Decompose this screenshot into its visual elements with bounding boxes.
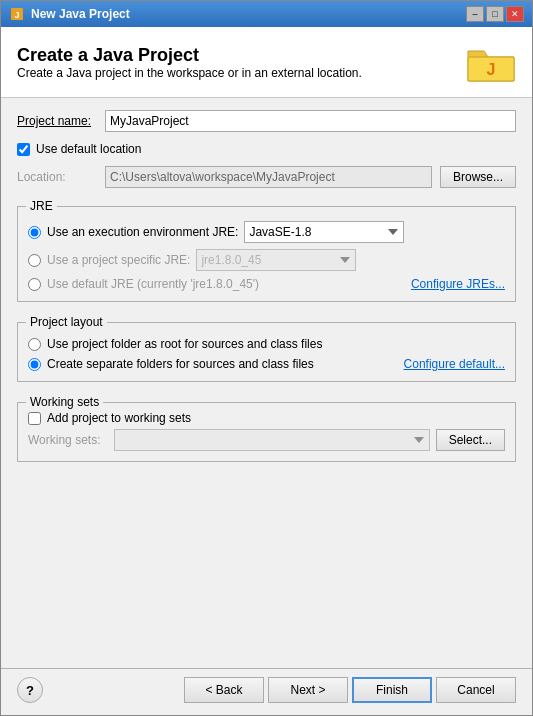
layout-radio-group: Use project folder as root for sources a… (28, 337, 505, 371)
jre-specific-select: jre1.8.0_45 (196, 249, 356, 271)
jre-radio-group: Use an execution environment JRE: JavaSE… (28, 221, 505, 291)
header-subtitle: Create a Java project in the workspace o… (17, 66, 362, 80)
window-title: New Java Project (31, 7, 130, 21)
form-content: Project name: Use default location Locat… (1, 98, 532, 668)
title-bar-left: J New Java Project (9, 6, 130, 22)
finish-button[interactable]: Finish (352, 677, 432, 703)
location-label: Location: (17, 170, 97, 184)
jre-default-radio[interactable] (28, 278, 41, 291)
layout-separate-radio[interactable] (28, 358, 41, 371)
main-window: J New Java Project – □ ✕ Create a Java P… (0, 0, 533, 716)
use-default-location-checkbox[interactable] (17, 143, 30, 156)
working-sets-select-button[interactable]: Select... (436, 429, 505, 451)
maximize-button[interactable]: □ (486, 6, 504, 22)
default-location-row: Use default location (17, 142, 516, 156)
header-text: Create a Java Project Create a Java proj… (17, 45, 362, 80)
location-row: Location: Browse... (17, 166, 516, 188)
header-title: Create a Java Project (17, 45, 362, 66)
working-sets-label: Working sets: (28, 433, 108, 447)
dialog-header: Create a Java Project Create a Java proj… (1, 27, 532, 98)
help-button[interactable]: ? (17, 677, 43, 703)
configure-jres-link[interactable]: Configure JREs... (411, 277, 505, 291)
working-sets-section: Working sets Add project to working sets… (17, 402, 516, 462)
jre-default-label: Use default JRE (currently 'jre1.8.0_45'… (47, 277, 259, 291)
window-icon: J (9, 6, 25, 22)
jre-env-row: Use an execution environment JRE: JavaSE… (28, 221, 505, 243)
add-working-sets-checkbox[interactable] (28, 412, 41, 425)
close-button[interactable]: ✕ (506, 6, 524, 22)
layout-root-radio[interactable] (28, 338, 41, 351)
project-name-input[interactable] (105, 110, 516, 132)
project-name-row: Project name: (17, 110, 516, 132)
layout-root-row: Use project folder as root for sources a… (28, 337, 505, 351)
add-working-sets-label: Add project to working sets (47, 411, 191, 425)
browse-button[interactable]: Browse... (440, 166, 516, 188)
jre-env-label: Use an execution environment JRE: (47, 225, 238, 239)
jre-specific-label: Use a project specific JRE: (47, 253, 190, 267)
jre-specific-radio[interactable] (28, 254, 41, 267)
layout-root-label: Use project folder as root for sources a… (47, 337, 322, 351)
jre-default-row: Use default JRE (currently 'jre1.8.0_45'… (28, 277, 505, 291)
cancel-button[interactable]: Cancel (436, 677, 516, 703)
footer-buttons: ? < Back Next > Finish Cancel (1, 669, 532, 715)
layout-separate-row: Create separate folders for sources and … (28, 357, 505, 371)
working-sets-select (114, 429, 430, 451)
project-layout-section: Project layout Use project folder as roo… (17, 322, 516, 382)
svg-text:J: J (14, 10, 19, 20)
jre-specific-row: Use a project specific JRE: jre1.8.0_45 (28, 249, 505, 271)
layout-separate-label: Create separate folders for sources and … (47, 357, 314, 371)
add-working-sets-row: Add project to working sets (28, 411, 505, 425)
minimize-button[interactable]: – (466, 6, 484, 22)
jre-legend: JRE (26, 199, 57, 213)
svg-text:J: J (487, 61, 496, 78)
working-sets-input-row: Working sets: Select... (28, 429, 505, 451)
title-controls: – □ ✕ (466, 6, 524, 22)
jre-section: JRE Use an execution environment JRE: Ja… (17, 206, 516, 302)
use-default-location-label: Use default location (36, 142, 141, 156)
configure-default-link[interactable]: Configure default... (404, 357, 505, 371)
form-body: Project name: Use default location Locat… (17, 110, 516, 656)
working-sets-legend: Working sets (26, 395, 103, 409)
back-button[interactable]: < Back (184, 677, 264, 703)
location-input (105, 166, 432, 188)
jre-env-select[interactable]: JavaSE-1.8 JavaSE-11 JavaSE-17 (244, 221, 404, 243)
project-name-label: Project name: (17, 114, 97, 128)
jre-env-radio[interactable] (28, 226, 41, 239)
header-icon: J (466, 37, 516, 87)
project-layout-legend: Project layout (26, 315, 107, 329)
next-button[interactable]: Next > (268, 677, 348, 703)
title-bar: J New Java Project – □ ✕ (1, 1, 532, 27)
